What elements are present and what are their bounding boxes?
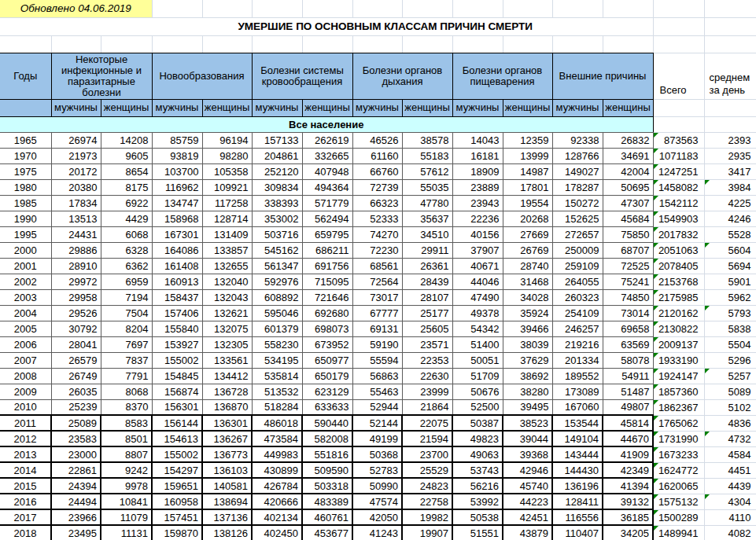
value-cell[interactable]: 140581 (202, 478, 252, 494)
value-cell[interactable]: 650179 (302, 368, 352, 384)
empty-cell[interactable] (704, 116, 756, 132)
value-cell[interactable]: 28107 (402, 289, 452, 305)
value-cell[interactable]: 592976 (252, 274, 302, 289)
value-cell[interactable]: 38692 (503, 368, 552, 384)
empty-cell[interactable] (552, 35, 603, 53)
value-cell[interactable]: 219216 (552, 336, 603, 352)
value-cell[interactable]: 154613 (152, 431, 202, 446)
value-cell[interactable]: 23966 (51, 509, 101, 525)
value-cell[interactable]: 57612 (402, 163, 452, 179)
value-cell[interactable]: 44223 (503, 494, 552, 509)
value-cell[interactable]: 45740 (503, 478, 552, 494)
year-cell[interactable]: 2007 (0, 352, 51, 368)
value-cell[interactable]: 18909 (452, 163, 503, 179)
avg-per-day-cell[interactable]: 4451 (704, 462, 756, 478)
value-cell[interactable]: 50676 (452, 384, 503, 399)
total-cell[interactable]: 2017832 (653, 226, 704, 242)
value-cell[interactable]: 67777 (352, 305, 402, 321)
total-cell[interactable]: 1500289 (653, 509, 704, 525)
value-cell[interactable]: 623129 (302, 384, 352, 399)
value-cell[interactable]: 136773 (202, 446, 252, 462)
value-cell[interactable]: 453677 (302, 525, 352, 540)
value-cell[interactable]: 37629 (503, 352, 552, 368)
year-cell[interactable]: 2009 (0, 384, 51, 399)
value-cell[interactable]: 31468 (503, 274, 552, 289)
empty-cell[interactable] (704, 35, 756, 53)
value-cell[interactable]: 51487 (603, 384, 653, 399)
value-cell[interactable]: 659795 (302, 226, 352, 242)
avg-per-day-cell[interactable]: 4584 (704, 446, 756, 462)
value-cell[interactable]: 156144 (152, 415, 202, 431)
value-cell[interactable]: 150272 (552, 195, 603, 211)
value-cell[interactable]: 6959 (101, 274, 152, 289)
female-header[interactable]: женщины (101, 99, 152, 116)
value-cell[interactable]: 6328 (101, 242, 152, 258)
value-cell[interactable]: 42050 (352, 509, 402, 525)
value-cell[interactable]: 42349 (603, 462, 653, 478)
value-cell[interactable]: 23999 (402, 384, 452, 399)
value-cell[interactable]: 34691 (603, 148, 653, 163)
value-cell[interactable]: 134412 (202, 368, 252, 384)
avg-per-day-cell[interactable]: 3417 (704, 163, 756, 179)
value-cell[interactable]: 157451 (152, 509, 202, 525)
value-cell[interactable]: 561347 (252, 258, 302, 274)
value-cell[interactable]: 23000 (51, 446, 101, 462)
value-cell[interactable]: 24431 (51, 226, 101, 242)
value-cell[interactable]: 6922 (101, 195, 152, 211)
value-cell[interactable]: 134747 (152, 195, 202, 211)
total-cell[interactable]: 1624772 (653, 462, 704, 478)
value-cell[interactable]: 132040 (202, 274, 252, 289)
value-cell[interactable]: 204861 (252, 148, 302, 163)
value-cell[interactable]: 98280 (202, 148, 252, 163)
value-cell[interactable]: 252120 (252, 163, 302, 179)
group-header-circulatory[interactable]: Болезни системы кровообращения (252, 53, 352, 99)
value-cell[interactable]: 47490 (452, 289, 503, 305)
year-cell[interactable]: 2010 (0, 399, 51, 415)
value-cell[interactable]: 692680 (302, 305, 352, 321)
value-cell[interactable]: 686211 (302, 242, 352, 258)
updated-note-cell[interactable]: Обновлено 04.06.2019 (0, 0, 152, 17)
year-cell[interactable]: 1965 (0, 132, 51, 148)
avg-per-day-cell[interactable]: 5604 (704, 242, 756, 258)
empty-cell[interactable] (503, 0, 552, 17)
empty-cell[interactable] (302, 0, 352, 17)
value-cell[interactable]: 136103 (202, 462, 252, 478)
value-cell[interactable]: 50990 (352, 478, 402, 494)
avg-per-day-cell[interactable]: 4082 (704, 525, 756, 540)
group-header-infectious[interactable]: Некоторые инфекционные и паразитарные бо… (51, 53, 152, 99)
value-cell[interactable]: 8807 (101, 446, 152, 462)
value-cell[interactable]: 39368 (503, 446, 552, 462)
value-cell[interactable]: 39495 (503, 399, 552, 415)
value-cell[interactable]: 153544 (552, 415, 603, 431)
value-cell[interactable]: 149027 (552, 163, 603, 179)
empty-cell[interactable] (202, 35, 252, 53)
value-cell[interactable]: 9242 (101, 462, 152, 478)
value-cell[interactable]: 132621 (202, 305, 252, 321)
empty-cell[interactable] (352, 0, 402, 17)
value-cell[interactable]: 23495 (51, 525, 101, 540)
value-cell[interactable]: 133857 (202, 242, 252, 258)
empty-cell[interactable] (704, 0, 756, 17)
value-cell[interactable]: 138126 (202, 525, 252, 540)
value-cell[interactable]: 12359 (503, 132, 552, 148)
value-cell[interactable]: 486018 (252, 415, 302, 431)
value-cell[interactable]: 178287 (552, 179, 603, 195)
total-cell[interactable]: 2175985 (653, 289, 704, 305)
value-cell[interactable]: 160913 (152, 274, 202, 289)
value-cell[interactable]: 8068 (101, 384, 152, 399)
value-cell[interactable]: 22630 (402, 368, 452, 384)
value-cell[interactable]: 49807 (603, 399, 653, 415)
group-header-external[interactable]: Внешние причины (552, 53, 653, 99)
value-cell[interactable]: 22353 (402, 352, 452, 368)
value-cell[interactable]: 29886 (51, 242, 101, 258)
avg-per-day-cell[interactable]: 2935 (704, 148, 756, 163)
value-cell[interactable]: 39466 (503, 321, 552, 336)
value-cell[interactable]: 426784 (252, 478, 302, 494)
value-cell[interactable]: 41909 (603, 446, 653, 462)
value-cell[interactable]: 23943 (452, 195, 503, 211)
value-cell[interactable]: 23583 (51, 431, 101, 446)
total-cell[interactable]: 1542112 (653, 195, 704, 211)
value-cell[interactable]: 96194 (202, 132, 252, 148)
value-cell[interactable]: 56863 (352, 368, 402, 384)
value-cell[interactable]: 157133 (252, 132, 302, 148)
